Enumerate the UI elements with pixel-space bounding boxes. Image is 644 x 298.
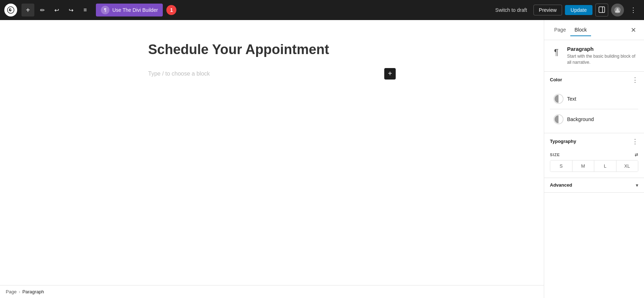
plus-icon: + — [26, 6, 30, 14]
more-options-button[interactable]: ⋮ — [627, 4, 640, 16]
sidebar-header: Page Block ✕ — [544, 20, 644, 40]
typography-section-header[interactable]: Typography ⋮ — [544, 133, 644, 150]
block-placeholder-row: Type / to choose a block + — [148, 67, 396, 81]
size-label-text: SIZE — [550, 153, 560, 157]
list-view-button[interactable]: ≡ — [79, 4, 92, 16]
advanced-section-header[interactable]: Advanced ▾ — [544, 178, 644, 192]
tab-block[interactable]: Block — [570, 24, 591, 36]
advanced-section-title: Advanced — [550, 182, 572, 188]
block-info-title: Paragraph — [567, 46, 638, 52]
block-info: ¶ Paragraph Start with the basic buildin… — [544, 40, 644, 72]
preview-button[interactable]: Preview — [533, 5, 562, 15]
size-l-button[interactable]: L — [594, 160, 616, 172]
divi-button-label: Use The Divi Builder — [112, 7, 158, 13]
page-title[interactable]: Schedule Your Appointment — [148, 42, 396, 58]
size-label: SIZE ⇄ — [550, 153, 638, 157]
sidebar-toggle-button[interactable] — [595, 4, 608, 16]
background-color-swatch — [553, 114, 564, 124]
background-color-label: Background — [567, 116, 594, 122]
toolbar-right: Switch to draft Preview Update ⋮ — [492, 4, 640, 16]
color-section-title: Color — [550, 77, 562, 82]
main-layout: Schedule Your Appointment Type / to choo… — [0, 20, 644, 298]
advanced-section: Advanced ▾ — [544, 178, 644, 193]
user-avatar[interactable] — [611, 4, 624, 16]
sidebar-tabs: Page Block — [550, 24, 628, 36]
chevron-down-icon: ▾ — [636, 182, 638, 188]
pencil-icon: ✏ — [40, 7, 45, 14]
editor-area: Schedule Your Appointment Type / to choo… — [0, 20, 544, 298]
size-xl-button[interactable]: XL — [616, 160, 638, 172]
editor-content: Schedule Your Appointment Type / to choo… — [140, 42, 404, 81]
redo-button[interactable]: ↪ — [64, 4, 77, 16]
block-info-text: Paragraph Start with the basic building … — [567, 46, 638, 66]
block-placeholder-text: Type / to choose a block — [148, 71, 210, 77]
tab-page[interactable]: Page — [550, 24, 570, 36]
text-color-label: Text — [567, 96, 576, 102]
divi-circle-icon: ¶ — [101, 6, 109, 14]
undo-button[interactable]: ↩ — [50, 4, 63, 16]
color-more-button[interactable]: ⋮ — [632, 76, 638, 84]
text-color-option[interactable]: Text — [550, 91, 638, 107]
color-options: Text Background — [544, 88, 644, 133]
update-button[interactable]: Update — [565, 5, 592, 15]
typography-content: SIZE ⇄ S M L XL — [544, 150, 644, 178]
background-color-option[interactable]: Background — [550, 111, 638, 127]
redo-icon: ↪ — [69, 7, 73, 14]
size-buttons: S M L XL — [550, 160, 638, 172]
typography-more-button[interactable]: ⋮ — [632, 138, 638, 145]
toolbar: + ✏ ↩ ↪ ≡ ¶ Use The Divi Builder 1 Switc… — [0, 0, 644, 20]
right-sidebar: Page Block ✕ ¶ Paragraph Start with the … — [544, 20, 644, 298]
breadcrumb-current: Paragraph — [22, 289, 44, 294]
breadcrumb-separator: › — [19, 289, 20, 294]
notification-badge[interactable]: 1 — [166, 5, 176, 15]
switch-to-draft-button[interactable]: Switch to draft — [492, 5, 531, 15]
size-s-button[interactable]: S — [550, 160, 572, 172]
undo-icon: ↩ — [54, 7, 59, 14]
color-section-header[interactable]: Color ⋮ — [544, 72, 644, 88]
divi-builder-button[interactable]: ¶ Use The Divi Builder — [96, 4, 163, 16]
add-block-button[interactable]: + — [384, 68, 396, 80]
typography-section-title: Typography — [550, 139, 576, 144]
breadcrumb: Page › Paragraph — [0, 285, 544, 298]
color-divider — [550, 109, 638, 109]
sidebar-toggle-icon — [599, 6, 605, 14]
breadcrumb-page[interactable]: Page — [6, 289, 16, 294]
size-controls-icon[interactable]: ⇄ — [635, 153, 638, 157]
wp-logo-icon[interactable] — [4, 4, 17, 16]
size-m-button[interactable]: M — [572, 160, 595, 172]
svg-rect-0 — [599, 7, 605, 13]
add-block-toolbar-button[interactable]: + — [21, 4, 34, 16]
list-icon: ≡ — [83, 7, 87, 13]
text-color-swatch — [553, 94, 564, 104]
typography-section: Typography ⋮ SIZE ⇄ S M L XL — [544, 133, 644, 178]
sidebar-close-button[interactable]: ✕ — [628, 25, 638, 35]
paragraph-icon: ¶ — [550, 46, 563, 59]
color-section: Color ⋮ Text Background — [544, 72, 644, 133]
block-info-description: Start with the basic building block of a… — [567, 53, 638, 66]
edit-button[interactable]: ✏ — [36, 4, 49, 16]
